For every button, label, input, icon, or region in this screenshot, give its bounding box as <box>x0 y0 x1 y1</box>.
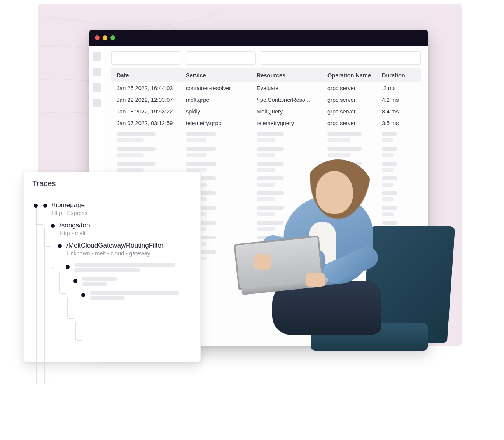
node-dot-icon <box>74 279 77 283</box>
table-row[interactable]: Jan 07 2022, 03:12:59 telemetry.grpc tel… <box>111 117 421 129</box>
trace-node[interactable]: /homepage Http - Express <box>43 201 192 216</box>
filter-input[interactable] <box>261 51 421 65</box>
traces-title: Traces <box>32 179 192 188</box>
cell-operation: grpc.server <box>327 108 382 115</box>
cell-service: melt.grpc <box>186 97 257 103</box>
node-dot-icon <box>51 224 55 228</box>
cell-service: container-resolver <box>186 85 257 91</box>
trace-node-label: /homepage <box>52 201 192 209</box>
rail-item[interactable] <box>93 99 101 107</box>
trace-node[interactable]: /songs/top Http - melt <box>51 222 192 236</box>
trace-node-placeholder <box>81 291 192 300</box>
col-header-operation[interactable]: Operation Name <box>327 72 382 79</box>
cell-duration: 4.2 ms <box>382 97 415 103</box>
cell-operation: grpc.server <box>327 97 382 103</box>
node-dot-icon <box>58 244 62 248</box>
node-dot-icon <box>81 293 85 297</box>
trace-tree: /homepage Http - Express /songs/top Http… <box>32 201 192 300</box>
table-row[interactable]: Jan 22 2022, 12:03:07 melt.grpc /rpc.Con… <box>111 94 421 106</box>
filter-row <box>111 51 421 65</box>
table-row[interactable]: Jan 18 2022, 19:53:22 spidly MeltQuery g… <box>111 106 421 117</box>
cell-service: telemetry.grpc <box>186 120 257 126</box>
col-header-service[interactable]: Service <box>186 72 257 79</box>
node-dot-icon <box>43 204 47 208</box>
cell-service: spidly <box>186 108 257 115</box>
window-titlebar <box>89 30 428 46</box>
node-dot-icon <box>66 265 70 269</box>
table-header-row: Date Service Resources Operation Name Du… <box>111 68 421 82</box>
skeleton-row <box>111 130 421 145</box>
col-header-resources[interactable]: Resources <box>257 72 327 79</box>
rail-item[interactable] <box>93 68 101 76</box>
filter-input[interactable] <box>186 51 256 65</box>
trace-node[interactable]: /MeltCloudGateway/RoutingFilter Unknown … <box>58 242 192 257</box>
trace-node-placeholder <box>66 263 192 272</box>
col-header-duration[interactable]: Duration <box>382 72 415 79</box>
rail-item[interactable] <box>93 83 101 92</box>
filter-input[interactable] <box>111 51 181 65</box>
col-header-date[interactable]: Date <box>117 72 186 79</box>
rail-item[interactable] <box>93 52 101 61</box>
cell-duration: 8.4 ms <box>382 108 415 115</box>
trace-node-sub: Unknown - melt - cloud - gateway <box>66 250 192 257</box>
cell-duration: .2 ms <box>382 85 415 91</box>
traces-panel: Traces /homepage Http - Express <box>23 172 201 362</box>
cell-date: Jan 25 2022, 16:44:03 <box>117 85 186 91</box>
cell-operation: grpc.server <box>327 120 382 126</box>
node-dot-icon <box>34 204 38 208</box>
cell-duration: 3.5 ms <box>382 120 415 126</box>
trace-node-label: /songs/top <box>60 222 192 229</box>
trace-node-label: /MeltCloudGateway/RoutingFilter <box>66 242 192 250</box>
cell-date: Jan 18 2022, 19:53:22 <box>117 108 186 115</box>
window-close-icon[interactable] <box>95 35 100 40</box>
cell-date: Jan 22 2022, 12:03:07 <box>117 97 186 103</box>
trace-node-sub: Http - melt <box>60 230 192 236</box>
cell-resources: MeltQuery <box>257 108 327 115</box>
trace-node-placeholder <box>74 277 192 286</box>
cell-resources: /rpc.ContainerReso... <box>257 97 327 103</box>
cell-operation: grpc.server <box>327 85 382 91</box>
window-maximize-icon[interactable] <box>110 35 115 40</box>
cell-resources: Evaluate <box>257 85 327 91</box>
skeleton-row <box>111 145 421 159</box>
table-row[interactable]: Jan 25 2022, 16:44:03 container-resolver… <box>111 82 421 94</box>
trace-node-sub: Http - Express <box>52 210 192 216</box>
cell-date: Jan 07 2022, 03:12:59 <box>117 120 186 126</box>
cell-resources: telemetryquery <box>257 120 327 126</box>
window-minimize-icon[interactable] <box>103 35 107 40</box>
